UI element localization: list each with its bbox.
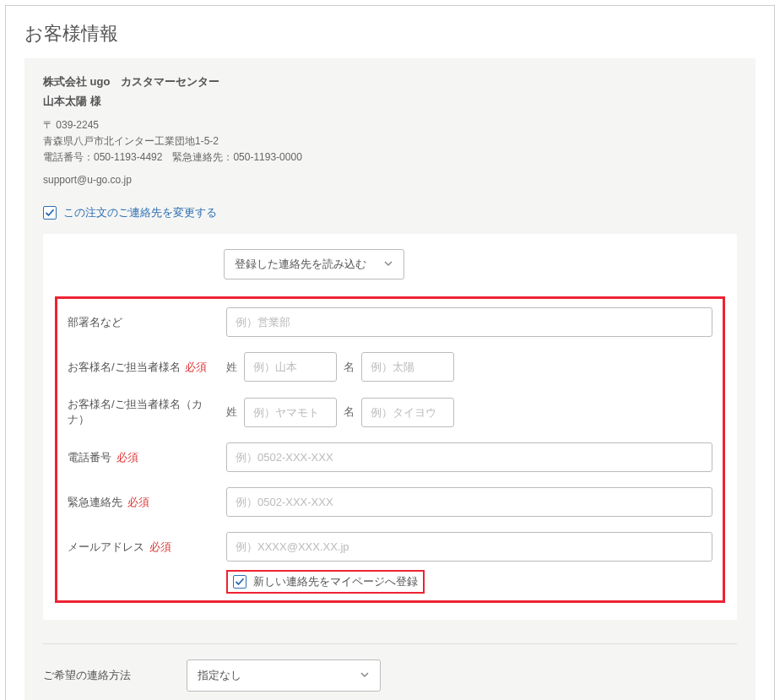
required-badge: 必須 [116,451,138,464]
input-sei[interactable] [244,352,337,382]
page-title: お客様情報 [6,6,774,58]
label-sei: 姓 [226,360,237,375]
label-phone: 電話番号 必須 [68,450,226,465]
chevron-down-icon [383,258,393,271]
label-mail: メールアドレス 必須 [68,540,226,555]
load-contacts-dropdown[interactable]: 登録した連絡先を読み込む [224,249,404,279]
customer-postal: 〒 039-2245 [43,117,737,133]
customer-info: 株式会社 ugo カスタマーセンター 山本太陽 様 〒 039-2245 青森県… [43,73,737,188]
change-contact-row[interactable]: この注文のご連絡先を変更する [43,205,737,220]
customer-panel: 株式会社 ugo カスタマーセンター 山本太陽 様 〒 039-2245 青森県… [24,58,756,700]
input-mail[interactable] [226,532,712,562]
required-badge: 必須 [127,496,149,508]
label-customer-name: お客様名/ご担当者様名 必須 [68,360,226,375]
select-preferred-contact-value: 指定なし [198,668,241,683]
check-icon [45,208,55,218]
change-contact-label: この注文のご連絡先を変更する [63,205,217,220]
label-mei: 名 [344,360,355,375]
label-mei-kana: 名 [344,404,355,420]
input-department[interactable] [226,307,712,337]
required-badge: 必須 [185,361,207,373]
customer-email: support@u-go.co.jp [43,172,737,188]
customer-phone-line: 電話番号：050-1193-4492 緊急連絡先：050-1193-0000 [43,149,737,166]
load-contacts-label: 登録した連絡先を読み込む [235,257,366,272]
customer-person: 山本太陽 様 [43,93,737,111]
save-mypage-row[interactable]: 新しい連絡先をマイページへ登録 [226,570,425,594]
chevron-down-icon [360,670,370,682]
label-preferred-contact: ご希望の連絡方法 [43,659,187,683]
input-sei-kana[interactable] [244,398,337,427]
input-phone[interactable] [226,442,712,472]
input-mei[interactable] [361,352,454,382]
label-emergency: 緊急連絡先 必須 [68,495,226,510]
customer-company: 株式会社 ugo カスタマーセンター [43,73,737,91]
save-mypage-label: 新しい連絡先をマイページへ登録 [253,574,418,589]
select-preferred-contact[interactable]: 指定なし [187,659,381,692]
input-emergency[interactable] [226,487,712,517]
checkbox-change-contact[interactable] [43,206,57,220]
customer-address: 青森県八戸市北インター工業団地1-5-2 [43,133,737,149]
required-fields-highlight: 部署名など お客様名/ご担当者様名 必須 姓 名 [55,296,725,603]
required-badge: 必須 [149,540,171,553]
divider [43,643,737,644]
contact-form: 登録した連絡先を読み込む 部署名など お客様名/ご担当者様名 必須 [43,234,737,620]
check-icon [235,577,245,587]
label-sei-kana: 姓 [226,404,237,420]
label-department: 部署名など [68,315,226,330]
preferred-contact-row: ご希望の連絡方法 指定なし ※納期に影響が生じるなど、早急の確認が必要な場合はご… [43,659,737,700]
input-mei-kana[interactable] [361,398,454,427]
checkbox-save-mypage[interactable] [233,575,246,589]
label-customer-name-kana: お客様名/ご担当者様名（カナ） [68,397,226,427]
